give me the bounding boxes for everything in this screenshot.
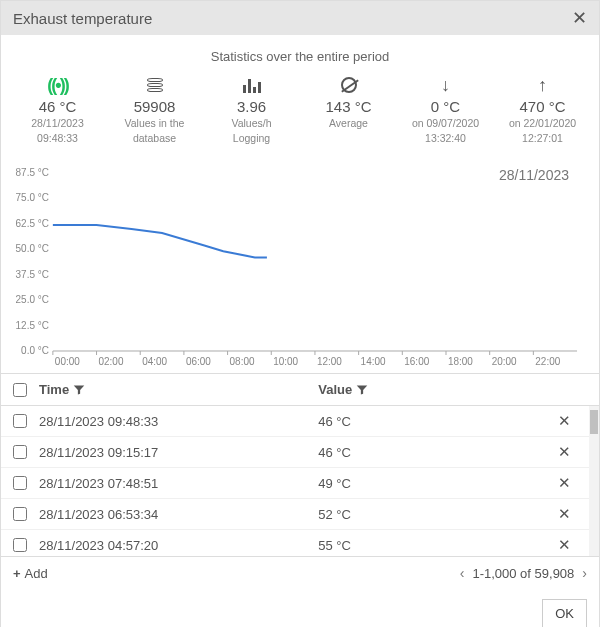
stat-min: ↓ 0 °C on 09/07/2020 13:32:40: [397, 74, 494, 145]
filter-icon[interactable]: [356, 384, 368, 396]
table-row: 28/11/2023 09:48:3346 °C✕: [1, 406, 599, 437]
stat-avg-sub1: Average: [300, 117, 397, 130]
arrow-up-icon: ↑: [494, 74, 591, 96]
stat-max-sub1: on 22/01/2020: [494, 117, 591, 130]
chart-svg: 87.5 °C75.0 °C62.5 °C50.0 °C37.5 °C25.0 …: [13, 163, 587, 373]
cell-value: 52 °C: [318, 507, 551, 522]
table-row: 28/11/2023 09:15:1746 °C✕: [1, 437, 599, 468]
pager: ‹ 1-1,000 of 59,908 ›: [460, 565, 587, 581]
stat-live: ((•)) 46 °C 28/11/2023 09:48:33: [9, 74, 106, 145]
svg-text:06:00: 06:00: [186, 356, 211, 367]
svg-text:75.0 °C: 75.0 °C: [16, 193, 49, 204]
svg-text:08:00: 08:00: [230, 356, 255, 367]
database-icon: [106, 74, 203, 96]
arrow-down-icon: ↓: [397, 74, 494, 96]
table-row: 28/11/2023 04:57:2055 °C✕: [1, 530, 599, 556]
ok-button[interactable]: OK: [542, 599, 587, 627]
page-next-icon[interactable]: ›: [582, 565, 587, 581]
table-row: 28/11/2023 07:48:5149 °C✕: [1, 468, 599, 499]
table-header: Time Value: [1, 373, 599, 406]
cell-time: 28/11/2023 06:53:34: [39, 507, 318, 522]
svg-text:37.5 °C: 37.5 °C: [16, 269, 49, 280]
header-value[interactable]: Value: [318, 382, 551, 397]
select-all-cell[interactable]: [13, 383, 39, 397]
svg-text:50.0 °C: 50.0 °C: [16, 244, 49, 255]
row-checkbox[interactable]: [13, 445, 27, 459]
stat-db-sub1: Values in the: [106, 117, 203, 130]
svg-text:00:00: 00:00: [55, 356, 80, 367]
svg-text:16:00: 16:00: [404, 356, 429, 367]
table-footer: + Add ‹ 1-1,000 of 59,908 ›: [1, 556, 599, 589]
svg-text:22:00: 22:00: [535, 356, 560, 367]
header-time[interactable]: Time: [39, 382, 318, 397]
titlebar: Exhaust temperature ✕: [1, 1, 599, 35]
svg-text:12:00: 12:00: [317, 356, 342, 367]
stat-rate-sub2: Logging: [203, 132, 300, 145]
scrollbar-thumb[interactable]: [590, 410, 598, 434]
scrollbar[interactable]: [589, 406, 599, 556]
svg-text:04:00: 04:00: [142, 356, 167, 367]
average-icon: [300, 74, 397, 96]
delete-row-icon[interactable]: ✕: [551, 443, 577, 461]
row-checkbox[interactable]: [13, 476, 27, 490]
stat-avg-value: 143 °C: [300, 98, 397, 115]
filter-icon[interactable]: [73, 384, 85, 396]
dialog-subtitle: Statistics over the entire period: [1, 35, 599, 70]
signal-icon: ((•)): [9, 74, 106, 96]
delete-row-icon[interactable]: ✕: [551, 412, 577, 430]
delete-row-icon[interactable]: ✕: [551, 536, 577, 554]
plus-icon: +: [13, 566, 21, 581]
stat-min-sub1: on 09/07/2020: [397, 117, 494, 130]
svg-text:25.0 °C: 25.0 °C: [16, 294, 49, 305]
svg-text:20:00: 20:00: [492, 356, 517, 367]
statistics-dialog: Exhaust temperature ✕ Statistics over th…: [0, 0, 600, 627]
stat-rate-value: 3.96: [203, 98, 300, 115]
svg-text:87.5 °C: 87.5 °C: [16, 167, 49, 178]
svg-text:0.0 °C: 0.0 °C: [21, 345, 49, 356]
svg-text:02:00: 02:00: [99, 356, 124, 367]
table-body: 28/11/2023 09:48:3346 °C✕28/11/2023 09:1…: [1, 406, 599, 556]
svg-text:62.5 °C: 62.5 °C: [16, 218, 49, 229]
cell-time: 28/11/2023 07:48:51: [39, 476, 318, 491]
header-value-label: Value: [318, 382, 352, 397]
bars-icon: [203, 74, 300, 96]
stat-avg: 143 °C Average: [300, 74, 397, 145]
cell-time: 28/11/2023 09:48:33: [39, 414, 318, 429]
stat-max-sub2: 12:27:01: [494, 132, 591, 145]
cell-time: 28/11/2023 04:57:20: [39, 538, 318, 553]
svg-text:14:00: 14:00: [361, 356, 386, 367]
stat-rate: 3.96 Values/h Logging: [203, 74, 300, 145]
stat-live-sub1: 28/11/2023: [9, 117, 106, 130]
delete-row-icon[interactable]: ✕: [551, 505, 577, 523]
close-icon[interactable]: ✕: [572, 9, 587, 27]
stat-live-value: 46 °C: [9, 98, 106, 115]
chart-date-label: 28/11/2023: [499, 167, 569, 183]
chart: 28/11/2023 87.5 °C75.0 °C62.5 °C50.0 °C3…: [1, 163, 599, 373]
stats-row: ((•)) 46 °C 28/11/2023 09:48:33 59908 Va…: [1, 70, 599, 163]
cell-value: 55 °C: [318, 538, 551, 553]
stat-max: ↑ 470 °C on 22/01/2020 12:27:01: [494, 74, 591, 145]
stat-min-sub2: 13:32:40: [397, 132, 494, 145]
table-row: 28/11/2023 06:53:3452 °C✕: [1, 499, 599, 530]
add-button[interactable]: + Add: [13, 566, 48, 581]
cell-value: 46 °C: [318, 445, 551, 460]
button-row: OK: [1, 589, 599, 627]
header-time-label: Time: [39, 382, 69, 397]
svg-text:12.5 °C: 12.5 °C: [16, 320, 49, 331]
stat-db-value: 59908: [106, 98, 203, 115]
select-all-checkbox[interactable]: [13, 383, 27, 397]
cell-time: 28/11/2023 09:15:17: [39, 445, 318, 460]
page-prev-icon[interactable]: ‹: [460, 565, 465, 581]
delete-row-icon[interactable]: ✕: [551, 474, 577, 492]
stat-rate-sub1: Values/h: [203, 117, 300, 130]
stat-min-value: 0 °C: [397, 98, 494, 115]
cell-value: 46 °C: [318, 414, 551, 429]
svg-text:10:00: 10:00: [273, 356, 298, 367]
row-checkbox[interactable]: [13, 538, 27, 552]
row-checkbox[interactable]: [13, 507, 27, 521]
stat-db-sub2: database: [106, 132, 203, 145]
row-checkbox[interactable]: [13, 414, 27, 428]
add-label: Add: [25, 566, 48, 581]
pager-range: 1-1,000 of 59,908: [472, 566, 574, 581]
dialog-title: Exhaust temperature: [13, 10, 152, 27]
